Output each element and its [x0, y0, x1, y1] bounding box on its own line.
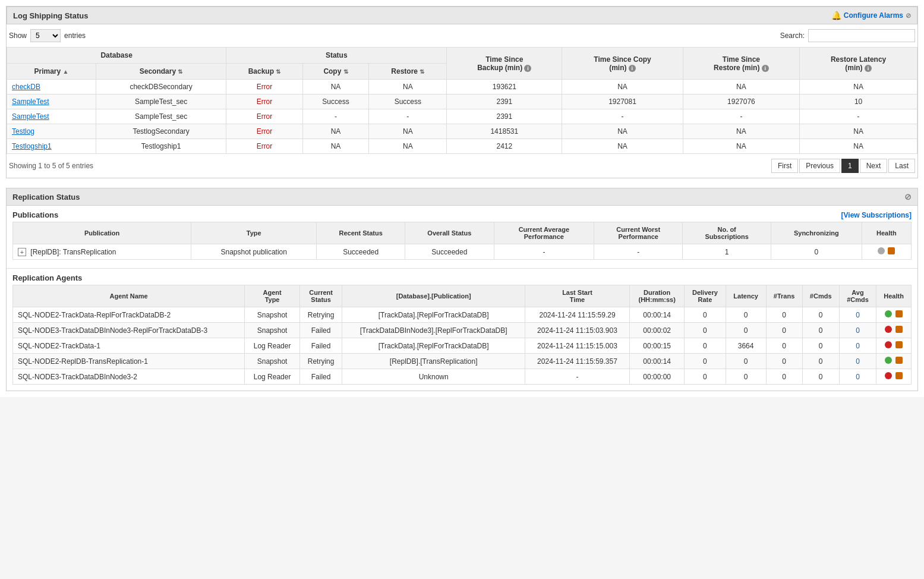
agent-trans-cell: 0 — [766, 354, 802, 369]
backup-cell: Error — [226, 124, 302, 139]
col-primary[interactable]: Primary ▲ — [7, 64, 96, 80]
restore-cell: NA — [369, 80, 447, 95]
agent-cmds-cell: 0 — [802, 369, 839, 385]
agent-action-icon[interactable] — [895, 357, 903, 364]
agent-col-status: CurrentStatus — [299, 285, 342, 307]
agent-name-cell: SQL-NODE3-TrackDataDBInNode3-ReplForTrac… — [13, 323, 245, 338]
agent-name-cell: SQL-NODE2-ReplDB-TransReplication-1 — [13, 354, 245, 369]
time-copy-cell: 1927081 — [562, 95, 683, 109]
primary-cell[interactable]: SampleTest — [7, 109, 96, 124]
agent-col-delivery-rate: DeliveryRate — [685, 285, 726, 307]
pub-type-cell: Snapshot publication — [191, 244, 317, 260]
pub-col-recent-status: Recent Status — [317, 222, 405, 244]
expand-icon[interactable]: + — [18, 248, 26, 256]
configure-alarms-anchor[interactable]: Configure Alarms — [844, 11, 903, 20]
entries-select[interactable]: 5 10 25 50 100 — [30, 29, 61, 42]
agent-status-cell: Failed — [299, 369, 342, 385]
pub-action-icon[interactable] — [888, 247, 895, 254]
copy-info-icon[interactable]: i — [629, 65, 636, 72]
col-copy[interactable]: Copy ⇅ — [302, 64, 369, 80]
table-row: Testlogship1 Testlogship1 Error NA NA 24… — [7, 139, 917, 154]
agent-delivery-rate-cell: 0 — [685, 338, 726, 354]
agent-col-avg-cmds: Avg#Cmds — [839, 285, 876, 307]
agent-row: SQL-NODE3-TrackDataDBInNode3-2 Log Reade… — [13, 369, 912, 385]
alarm-icon: 🔔 — [831, 11, 841, 20]
agent-col-health: Health — [876, 285, 912, 307]
primary-cell[interactable]: checkDB — [7, 80, 96, 95]
col-time-copy: Time Since Copy(min) i — [562, 48, 683, 80]
restore-info-icon[interactable]: i — [762, 65, 769, 72]
agent-name-cell: SQL-NODE2-TrackData-1 — [13, 338, 245, 354]
agent-row: SQL-NODE3-TrackDataDBInNode3-ReplForTrac… — [13, 323, 912, 338]
agent-status-cell: Failed — [299, 338, 342, 354]
time-backup-cell: 2412 — [447, 139, 562, 154]
pub-col-subscriptions: No. ofSubscriptions — [683, 222, 771, 244]
restore-latency-cell: NA — [800, 124, 917, 139]
pub-avg-perf-cell: - — [494, 244, 594, 260]
agent-type-cell: Log Reader — [245, 369, 300, 385]
agent-col-trans: #Trans — [766, 285, 802, 307]
restore-cell: NA — [369, 139, 447, 154]
agent-status-cell: Retrying — [299, 307, 342, 323]
agent-duration-cell: 00:00:14 — [630, 307, 685, 323]
backup-sort-icon: ⇅ — [276, 68, 280, 75]
publication-row: + [ReplDB]: TransReplication Snapshot pu… — [13, 244, 912, 260]
backup-info-icon[interactable]: i — [524, 65, 531, 72]
col-time-backup: Time SinceBackup (min) i — [447, 48, 562, 80]
next-button[interactable]: Next — [860, 159, 888, 173]
primary-cell[interactable]: Testlogship1 — [7, 139, 96, 154]
configure-alarms-link[interactable]: 🔔 Configure Alarms ⊘ — [831, 11, 911, 20]
time-restore-cell: NA — [683, 80, 800, 95]
last-button[interactable]: Last — [888, 159, 915, 173]
agent-avg-cmds-cell: 0 — [839, 338, 876, 354]
time-copy-cell: NA — [562, 80, 683, 95]
agents-title: Replication Agents — [12, 273, 82, 282]
secondary-cell: SampleTest_sec — [96, 109, 226, 124]
agent-action-icon[interactable] — [895, 341, 903, 348]
agent-db-pub-cell: [ReplDB].[TransReplication] — [342, 354, 525, 369]
col-restore[interactable]: Restore ⇅ — [369, 64, 447, 80]
agent-latency-cell: 3664 — [726, 338, 766, 354]
previous-button[interactable]: Previous — [799, 159, 840, 173]
time-restore-cell: NA — [683, 124, 800, 139]
agent-status-cell: Retrying — [299, 354, 342, 369]
first-button[interactable]: First — [771, 159, 798, 173]
agent-action-icon[interactable] — [895, 372, 903, 379]
time-backup-cell: 2391 — [447, 109, 562, 124]
agent-db-pub-cell: [TrackDataDBInNode3].[ReplForTrackDataDB… — [342, 323, 525, 338]
page-1-button[interactable]: 1 — [841, 159, 859, 173]
pub-synchronizing-cell: 0 — [771, 244, 862, 260]
search-input[interactable] — [808, 29, 915, 42]
pagination-buttons: First Previous 1 Next Last — [771, 159, 915, 173]
agent-latency-cell: 0 — [726, 354, 766, 369]
secondary-cell: checkDBSecondary — [96, 80, 226, 95]
search-label: Search: — [780, 32, 805, 40]
primary-cell[interactable]: Testlog — [7, 124, 96, 139]
time-copy-cell: NA — [562, 139, 683, 154]
pub-recent-status-cell: Succeeded — [317, 244, 405, 260]
agent-duration-cell: 00:00:02 — [630, 323, 685, 338]
agent-health-cell — [876, 307, 912, 323]
agent-type-cell: Snapshot — [245, 323, 300, 338]
time-restore-cell: NA — [683, 139, 800, 154]
primary-cell[interactable]: SampleTest — [7, 95, 96, 109]
view-subscriptions-link[interactable]: [View Subscriptions] — [841, 211, 912, 219]
restore-latency-cell: NA — [800, 139, 917, 154]
col-backup[interactable]: Backup ⇅ — [226, 64, 302, 80]
replication-settings-icon[interactable]: ⊘ — [904, 192, 912, 202]
latency-info-icon[interactable]: i — [865, 65, 872, 72]
agent-col-latency: Latency — [726, 285, 766, 307]
col-secondary[interactable]: Secondary ⇅ — [96, 64, 226, 80]
agent-avg-cmds-cell: 0 — [839, 369, 876, 385]
health-dot — [885, 341, 892, 348]
agent-action-icon[interactable] — [895, 326, 903, 333]
agent-last-start-cell: 2024-11-24 11:15:59.29 — [525, 307, 629, 323]
agent-latency-cell: 0 — [726, 323, 766, 338]
pub-health-cell — [862, 244, 911, 260]
pub-col-publication: Publication — [13, 222, 191, 244]
secondary-cell: SampleTest_sec — [96, 95, 226, 109]
copy-cell: NA — [302, 80, 369, 95]
showing-text: Showing 1 to 5 of 5 entries — [9, 162, 93, 170]
table-row: SampleTest SampleTest_sec Error - - 2391… — [7, 109, 917, 124]
agent-action-icon[interactable] — [895, 310, 903, 317]
